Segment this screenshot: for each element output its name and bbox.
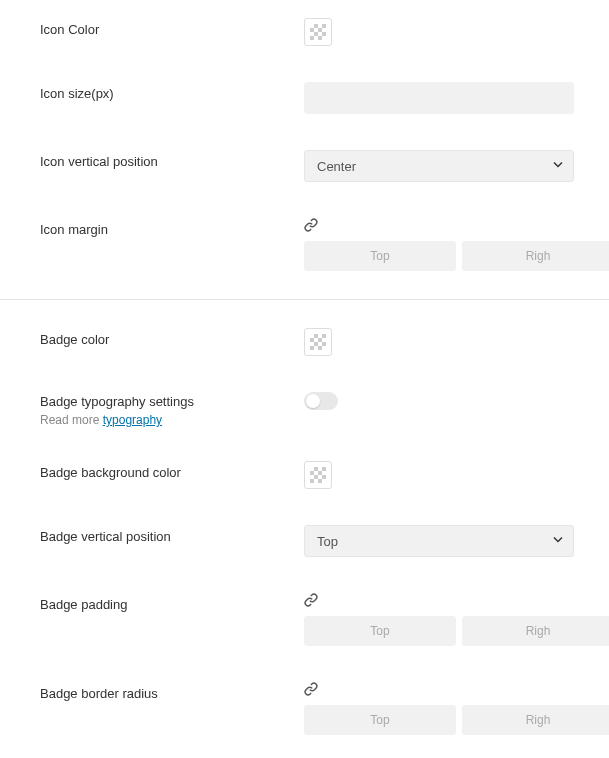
radius-top-input[interactable] [304, 705, 456, 735]
icon-margin-row: Icon margin px [0, 200, 609, 289]
label-col: Badge padding [40, 593, 304, 612]
icon-color-label: Icon Color [40, 22, 304, 37]
badge-border-radius-row: Badge border radius px% [0, 664, 609, 753]
label-col: Badge typography settings Read more typo… [40, 390, 304, 427]
control-col: px [304, 218, 609, 271]
badge-border-radius-label: Badge border radius [40, 686, 304, 701]
select-wrap: Top [304, 525, 574, 557]
margin-right-input[interactable] [462, 241, 609, 271]
spacing-header: px% [304, 682, 609, 699]
badge-background-color-row: Badge background color [0, 443, 609, 507]
link-icon[interactable] [304, 218, 318, 235]
typography-link[interactable]: typography [103, 413, 162, 427]
control-col [304, 328, 574, 356]
badge-vertical-position-row: Badge vertical position Top [0, 507, 609, 575]
select-wrap: Center [304, 150, 574, 182]
badge-background-color-label: Badge background color [40, 465, 304, 480]
badge-typography-label: Badge typography settings [40, 394, 304, 409]
label-col: Badge background color [40, 461, 304, 480]
badge-vertical-position-label: Badge vertical position [40, 529, 304, 544]
control-col: px [304, 593, 609, 646]
margin-top-input[interactable] [304, 241, 456, 271]
badge-color-swatch[interactable] [304, 328, 332, 356]
control-col: Center [304, 150, 574, 182]
spacing-inputs [304, 705, 609, 735]
toggle-knob [306, 394, 320, 408]
badge-color-label: Badge color [40, 332, 304, 347]
control-col [304, 461, 574, 489]
icon-color-swatch[interactable] [304, 18, 332, 46]
transparent-icon [310, 334, 326, 350]
padding-top-input[interactable] [304, 616, 456, 646]
label-col: Icon margin [40, 218, 304, 237]
spacing-inputs [304, 241, 609, 271]
badge-vertical-position-select[interactable]: Top [304, 525, 574, 557]
badge-padding-row: Badge padding px [0, 575, 609, 664]
control-col [304, 82, 574, 114]
link-icon[interactable] [304, 682, 318, 699]
icon-margin-label: Icon margin [40, 222, 304, 237]
label-col: Badge color [40, 328, 304, 347]
control-col [304, 18, 574, 46]
badge-padding-label: Badge padding [40, 597, 304, 612]
badge-background-color-swatch[interactable] [304, 461, 332, 489]
icon-vertical-position-row: Icon vertical position Center [0, 132, 609, 200]
control-col [304, 390, 574, 410]
badge-color-row: Badge color [0, 310, 609, 374]
link-icon[interactable] [304, 593, 318, 610]
spacing-header: px [304, 218, 609, 235]
label-col: Icon vertical position [40, 150, 304, 169]
sub-prefix: Read more [40, 413, 103, 427]
badge-section: Badge color Badge typography settings Re… [0, 310, 609, 753]
icon-size-input[interactable] [304, 82, 574, 114]
control-col: px% [304, 682, 609, 735]
spacing-header: px [304, 593, 609, 610]
control-col: Top [304, 525, 574, 557]
transparent-icon [310, 24, 326, 40]
icon-section: Icon Color Icon size(px) Icon vertical p… [0, 0, 609, 289]
icon-size-row: Icon size(px) [0, 64, 609, 132]
label-col: Badge vertical position [40, 525, 304, 544]
transparent-icon [310, 467, 326, 483]
icon-vertical-position-select[interactable]: Center [304, 150, 574, 182]
padding-right-input[interactable] [462, 616, 609, 646]
icon-vertical-position-label: Icon vertical position [40, 154, 304, 169]
radius-right-input[interactable] [462, 705, 609, 735]
label-col: Badge border radius [40, 682, 304, 701]
icon-size-label: Icon size(px) [40, 86, 304, 101]
section-divider [0, 299, 609, 300]
badge-typography-sublabel: Read more typography [40, 413, 304, 427]
label-col: Icon size(px) [40, 82, 304, 101]
badge-typography-toggle[interactable] [304, 392, 338, 410]
icon-color-row: Icon Color [0, 0, 609, 64]
label-col: Icon Color [40, 18, 304, 37]
spacing-inputs [304, 616, 609, 646]
badge-typography-row: Badge typography settings Read more typo… [0, 374, 609, 443]
